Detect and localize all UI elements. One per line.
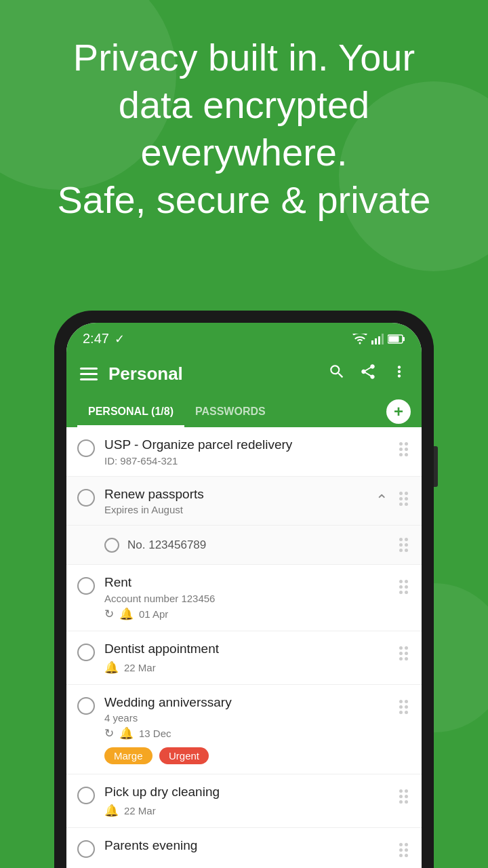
sub-checkbox-1[interactable] [104, 538, 119, 553]
item-subtitle-2: Expires in August [104, 504, 396, 515]
item-title-7: Parents evening [104, 837, 396, 854]
menu-button[interactable] [80, 368, 98, 380]
list-item-drycleaning: Pick up dry cleaning 🔔 22 Mar [66, 774, 422, 828]
item-meta-5: ↻ 🔔 13 Dec [104, 726, 396, 741]
tab-passwords[interactable]: PASSWORDS [184, 396, 277, 427]
sub-item-passport: No. 123456789 [66, 526, 422, 565]
item-checkbox-3[interactable] [77, 577, 95, 595]
item-content-4: Dentist appointment 🔔 22 Mar [104, 641, 396, 675]
status-check-icon: ✓ [115, 332, 125, 347]
sub-title-1: No. 123456789 [127, 538, 396, 552]
tab-passwords-label: PASSWORDS [195, 406, 266, 417]
item-drag-2[interactable] [396, 486, 411, 511]
phone-mockup: 2:47 ✓ [54, 311, 434, 868]
list-item-rent: Rent Account number 123456 ↻ 🔔 01 Apr [66, 565, 422, 631]
share-button[interactable] [359, 363, 377, 385]
toolbar-title: Personal [108, 363, 317, 384]
item-subtitle-5: 4 years [104, 712, 396, 724]
item-checkbox-1[interactable] [77, 439, 95, 457]
item-tags-5: Marge Urgent [104, 743, 396, 764]
list-item-wedding: Wedding anniverssary 4 years ↻ 🔔 13 Dec … [66, 685, 422, 775]
item-checkbox-2[interactable] [77, 489, 95, 507]
svg-rect-1 [375, 338, 377, 344]
add-tab-icon: + [394, 402, 403, 421]
item-title-1: USP - Organize parcel redelivery [104, 437, 396, 454]
item-date-4: 22 Mar [124, 662, 156, 673]
hero-text-2: data encrypted [27, 81, 461, 129]
wifi-icon [352, 334, 367, 344]
item-meta-4: 🔔 22 Mar [104, 660, 396, 675]
status-left: 2:47 ✓ [83, 331, 125, 347]
item-subtitle-3: Account number 123456 [104, 593, 396, 604]
item-checkbox-6[interactable] [77, 787, 95, 804]
list-item-dentist: Dentist appointment 🔔 22 Mar [66, 631, 422, 685]
item-drag-7[interactable] [396, 837, 411, 863]
app-toolbar: Personal [66, 353, 422, 396]
hero-text-3: everywhere. [27, 129, 461, 176]
toolbar-actions [328, 363, 408, 385]
bell-icon-3: 🔔 [119, 607, 134, 621]
item-content-1: USP - Organize parcel redelivery ID: 987… [104, 437, 396, 467]
tabs-bar: PERSONAL (1/8) PASSWORDS + [66, 396, 422, 427]
hero-text: Privacy built in. Your [27, 34, 461, 81]
bell-icon-6: 🔔 [104, 804, 119, 818]
collapse-button[interactable]: ⌃ [375, 492, 388, 509]
item-content-7: Parents evening [104, 837, 396, 854]
phone-screen: 2:47 ✓ [66, 323, 422, 868]
item-drag-5[interactable] [396, 694, 411, 719]
hero-text-4: Safe, secure & private [27, 176, 461, 224]
item-title-4: Dentist appointment [104, 641, 396, 658]
tab-personal[interactable]: PERSONAL (1/8) [77, 396, 184, 427]
item-meta-3: ↻ 🔔 01 Apr [104, 607, 396, 621]
hero-section: Privacy built in. Your data encrypted ev… [0, 20, 488, 237]
item-content-3: Rent Account number 123456 ↻ 🔔 01 Apr [104, 574, 396, 621]
list-item: USP - Organize parcel redelivery ID: 987… [66, 427, 422, 477]
svg-rect-2 [378, 336, 380, 344]
item-drag-3[interactable] [396, 574, 411, 599]
svg-rect-6 [389, 336, 399, 342]
item-drag-4[interactable] [396, 641, 411, 666]
svg-rect-3 [382, 334, 384, 344]
repeat-icon-3: ↻ [104, 607, 114, 621]
tag-marge: Marge [104, 747, 152, 764]
item-checkbox-4[interactable] [77, 644, 95, 661]
search-button[interactable] [328, 363, 346, 385]
add-tab-button[interactable]: + [386, 399, 411, 424]
item-drag-6[interactable] [396, 784, 411, 809]
status-bar: 2:47 ✓ [66, 323, 422, 353]
item-title-2: Renew passports [104, 486, 396, 503]
item-meta-6: 🔔 22 Mar [104, 804, 396, 818]
item-date-5: 13 Dec [139, 728, 171, 739]
status-time: 2:47 [83, 331, 109, 347]
phone-side-button [434, 446, 438, 487]
svg-rect-0 [371, 340, 373, 344]
list-item-parents: Parents evening [66, 828, 422, 868]
item-content-5: Wedding anniverssary 4 years ↻ 🔔 13 Dec … [104, 694, 396, 765]
item-content-2: Renew passports Expires in August [104, 486, 396, 516]
bell-icon-4: 🔔 [104, 660, 119, 675]
phone-outer: 2:47 ✓ [54, 311, 434, 868]
status-right [352, 334, 405, 344]
item-date-6: 22 Mar [124, 805, 156, 816]
more-button[interactable] [390, 363, 408, 385]
tab-personal-label: PERSONAL (1/8) [88, 406, 174, 417]
item-subtitle-1: ID: 987-654-321 [104, 455, 396, 467]
sub-drag-1[interactable] [396, 532, 411, 557]
signal-icon [371, 334, 384, 344]
item-title-3: Rent [104, 574, 396, 591]
item-date-3: 01 Apr [139, 608, 168, 620]
item-checkbox-5[interactable] [77, 697, 95, 715]
item-title-6: Pick up dry cleaning [104, 784, 396, 801]
repeat-icon-5: ↻ [104, 726, 114, 741]
bell-icon-5: 🔔 [119, 726, 134, 741]
item-title-5: Wedding anniverssary [104, 694, 396, 711]
list-item-renew: Renew passports Expires in August ⌃ [66, 477, 422, 526]
item-content-6: Pick up dry cleaning 🔔 22 Mar [104, 784, 396, 818]
tag-urgent: Urgent [159, 747, 209, 764]
task-list: USP - Organize parcel redelivery ID: 987… [66, 427, 422, 868]
item-checkbox-7[interactable] [77, 840, 95, 858]
battery-icon [388, 334, 405, 344]
item-drag-1[interactable] [396, 437, 411, 462]
svg-rect-5 [403, 337, 405, 341]
